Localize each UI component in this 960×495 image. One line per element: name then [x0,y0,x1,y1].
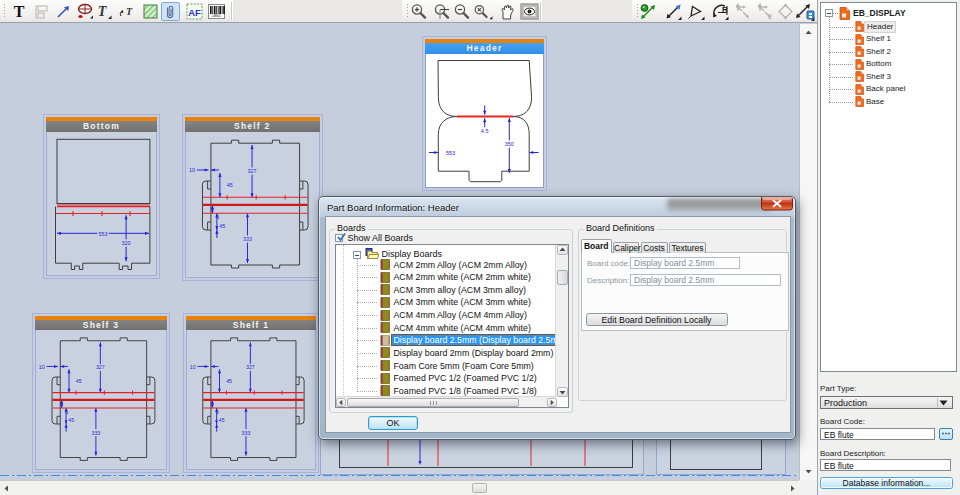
svg-text:553: 553 [98,230,107,236]
svg-text:10: 10 [39,364,45,370]
svg-text:327: 327 [246,364,255,370]
svg-text:3: 3 [768,13,772,20]
svg-text:333: 333 [91,430,100,436]
svg-text:45: 45 [219,417,225,423]
svg-text:553: 553 [446,149,455,155]
svg-text:45: 45 [68,417,74,423]
svg-text:4.5: 4.5 [481,128,489,134]
svg-text:333: 333 [242,430,251,436]
svg-text:10: 10 [190,364,196,370]
svg-text:45: 45 [219,222,225,228]
svg-text:327: 327 [96,365,105,371]
svg-text:45: 45 [226,182,232,188]
svg-text:350: 350 [505,141,514,147]
svg-text:45: 45 [226,378,232,384]
svg-text:320: 320 [122,240,131,246]
svg-text:10: 10 [188,167,194,173]
svg-text:AF: AF [188,7,201,18]
svg-text:327: 327 [247,168,256,174]
svg-text:333: 333 [242,236,251,242]
svg-text:45: 45 [76,378,82,384]
svg-text:-0862-: -0862- [211,14,222,18]
svg-text:T: T [126,6,133,17]
